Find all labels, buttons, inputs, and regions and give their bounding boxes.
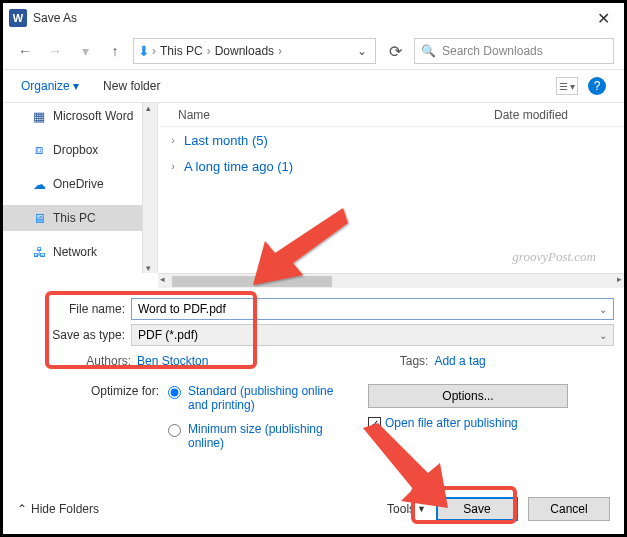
- tree-scrollbar[interactable]: [142, 103, 157, 273]
- tree-item-word[interactable]: ▦ Microsoft Word: [3, 103, 157, 129]
- chevron-down-icon: ⌄: [599, 330, 607, 341]
- address-dropdown[interactable]: ⌄: [353, 44, 371, 58]
- open-after-checkbox[interactable]: ✓ Open file after publishing: [368, 416, 568, 430]
- column-name[interactable]: Name: [178, 108, 494, 122]
- search-placeholder: Search Downloads: [442, 44, 543, 58]
- toolbar: Organize ▾ New folder ☰ ▾ ?: [3, 69, 624, 103]
- tree-item-onedrive[interactable]: ☁ OneDrive: [3, 171, 157, 197]
- refresh-button[interactable]: ⟳: [382, 38, 408, 64]
- savetype-combo[interactable]: PDF (*.pdf) ⌄: [131, 324, 614, 346]
- authors-label: Authors:: [13, 354, 131, 368]
- chevron-up-icon: ⌃: [17, 502, 27, 516]
- download-folder-icon: ⬇: [138, 43, 150, 59]
- filename-label: File name:: [13, 302, 131, 316]
- window-title: Save As: [33, 11, 589, 25]
- chevron-right-icon: ›: [166, 160, 180, 172]
- word-icon: W: [9, 9, 27, 27]
- column-date[interactable]: Date modified: [494, 108, 624, 122]
- navbar: ← → ▾ ↑ ⬇ › This PC › Downloads › ⌄ ⟳ 🔍 …: [3, 33, 624, 69]
- breadcrumb-root[interactable]: This PC: [158, 44, 205, 58]
- tags-value[interactable]: Add a tag: [434, 354, 485, 368]
- search-input[interactable]: 🔍 Search Downloads: [414, 38, 614, 64]
- chevron-right-icon: ›: [278, 44, 282, 58]
- save-as-dialog: W Save As ✕ ← → ▾ ↑ ⬇ › This PC › Downlo…: [0, 0, 627, 537]
- footer: ⌃ Hide Folders Tools ▼ Save Cancel: [3, 492, 624, 526]
- tags-label: Tags:: [388, 354, 428, 368]
- column-headers[interactable]: Name Date modified: [158, 103, 624, 127]
- file-list: Name Date modified › Last month (5) › A …: [158, 103, 624, 273]
- network-icon: 🖧: [31, 244, 47, 260]
- horizontal-scrollbar[interactable]: [158, 273, 624, 288]
- tools-menu[interactable]: Tools ▼: [387, 502, 426, 516]
- titlebar: W Save As ✕: [3, 3, 624, 33]
- chevron-right-icon: ›: [207, 44, 211, 58]
- radio-minimum[interactable]: Minimum size (publishing online): [163, 422, 338, 450]
- cancel-button[interactable]: Cancel: [528, 497, 610, 521]
- group-long-time-ago[interactable]: › A long time ago (1): [158, 153, 624, 179]
- nav-tree: ▦ Microsoft Word ⧈ Dropbox ☁ OneDrive 🖥 …: [3, 103, 158, 273]
- save-button[interactable]: Save: [436, 497, 518, 521]
- group-last-month[interactable]: › Last month (5): [158, 127, 624, 153]
- dropbox-icon: ⧈: [31, 142, 47, 158]
- chevron-right-icon: ›: [152, 44, 156, 58]
- tree-item-thispc[interactable]: 🖥 This PC: [3, 205, 157, 231]
- tree-item-dropbox[interactable]: ⧈ Dropbox: [3, 137, 157, 163]
- savetype-label: Save as type:: [13, 328, 131, 342]
- save-form: File name: Word to PDF.pdf ⌄ Save as typ…: [3, 288, 624, 454]
- pc-icon: 🖥: [31, 210, 47, 226]
- word-icon: ▦: [31, 108, 47, 124]
- radio-standard[interactable]: Standard (publishing online and printing…: [163, 384, 338, 412]
- authors-value[interactable]: Ben Stockton: [137, 354, 208, 368]
- options-button[interactable]: Options...: [368, 384, 568, 408]
- optimize-label: Optimize for:: [13, 384, 163, 450]
- hide-folders-button[interactable]: ⌃ Hide Folders: [17, 502, 99, 516]
- up-button[interactable]: ↑: [103, 39, 127, 63]
- forward-button[interactable]: →: [43, 39, 67, 63]
- watermark: groovyPost.com: [512, 249, 596, 265]
- view-mode-button[interactable]: ☰ ▾: [556, 77, 578, 95]
- back-button[interactable]: ←: [13, 39, 37, 63]
- checkbox-icon: ✓: [368, 417, 381, 430]
- body: ▦ Microsoft Word ⧈ Dropbox ☁ OneDrive 🖥 …: [3, 103, 624, 273]
- filename-input[interactable]: Word to PDF.pdf ⌄: [131, 298, 614, 320]
- organize-menu[interactable]: Organize ▾: [21, 79, 79, 93]
- new-folder-button[interactable]: New folder: [103, 79, 160, 93]
- chevron-down-icon: ▼: [417, 504, 426, 514]
- address-bar[interactable]: ⬇ › This PC › Downloads › ⌄: [133, 38, 376, 64]
- recent-dropdown[interactable]: ▾: [73, 39, 97, 63]
- close-button[interactable]: ✕: [589, 9, 618, 28]
- chevron-right-icon: ›: [166, 134, 180, 146]
- onedrive-icon: ☁: [31, 176, 47, 192]
- search-icon: 🔍: [421, 44, 436, 58]
- help-button[interactable]: ?: [588, 77, 606, 95]
- tree-item-network[interactable]: 🖧 Network: [3, 239, 157, 265]
- chevron-down-icon[interactable]: ⌄: [599, 304, 607, 315]
- breadcrumb-folder[interactable]: Downloads: [213, 44, 276, 58]
